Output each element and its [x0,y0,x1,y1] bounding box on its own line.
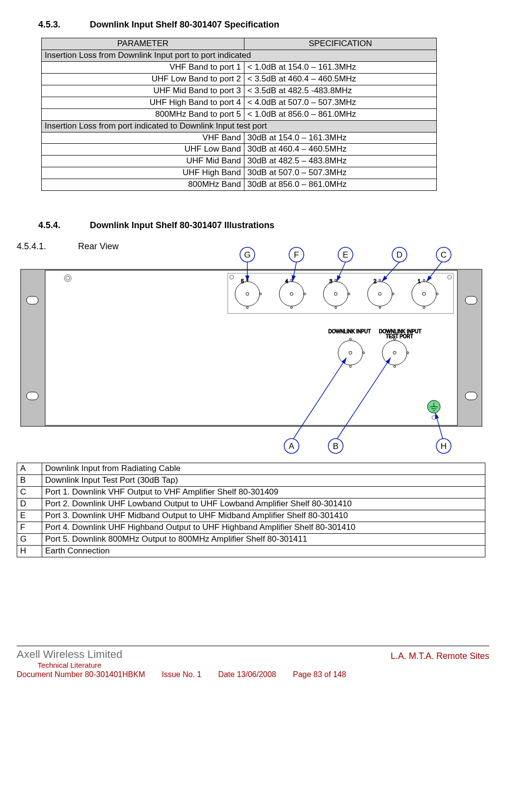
spec-hdr-spec: SPECIFICATION [244,38,437,50]
svg-text:1: 1 [418,278,421,284]
footer-page: Page 83 of 148 [293,670,346,679]
spec-r: < 1.0dB at 154.0 – 161.3MHz [244,61,437,73]
callout-k: E [17,510,42,522]
callout-v: Port 3. Downlink UHF Midband Output to U… [42,510,485,522]
svg-text:B: B [333,442,338,451]
svg-text:3: 3 [329,278,332,284]
callout-v: Port 1. Downlink VHF Output to VHF Ampli… [42,487,485,498]
callout-v: Port 4. Downlink UHF Highband Output to … [42,522,485,533]
spec-r: VHF Band [42,132,244,144]
callout-k: C [17,487,42,498]
footer-issue: Issue No. 1 [161,670,201,679]
svg-text:F: F [294,250,299,260]
svg-text:C: C [441,250,447,260]
spec-group2: Insertion Loss from port indicated to Do… [42,120,437,132]
spec-hdr-param: PARAMETER [42,38,244,50]
footer-company: Axell Wireless Limited [17,648,122,661]
callout-v: Port 5. Downlink 800MHz Output to 800MHz… [42,533,485,545]
footer-date: Date 13/06/2008 [218,670,276,679]
callout-v: Earth Connection [42,545,485,557]
spec-r: UHF Mid Band [42,156,244,167]
callout-k: F [17,522,42,533]
spec-r: 800MHz Band [42,179,244,191]
spec-r: 30dB at 460.4 – 460.5MHz [244,144,437,156]
footer-bottom: Document Number 80-301401HBKM Issue No. … [17,670,489,679]
callout-v: Port 2. Downlink UHF Lowband Output to U… [42,498,485,510]
svg-rect-5 [465,392,477,400]
spec-r: UHF High Band [42,167,244,179]
svg-text:5: 5 [241,278,244,284]
spec-r: < 1.0dB at 856.0 – 861.0MHz [244,108,437,120]
svg-text:G: G [244,250,250,260]
spec-r: 30dB at 154.0 – 161.3MHz [244,132,437,144]
spec-table: PARAMETER SPECIFICATION Insertion Loss f… [41,38,437,191]
svg-text:2: 2 [373,278,376,284]
svg-rect-2 [27,296,38,304]
svg-rect-3 [27,392,38,400]
callout-v: Downlink Input from Radiating Cable [42,463,485,475]
callout-k: B [17,475,42,487]
svg-rect-4 [465,296,477,304]
svg-text:4: 4 [285,278,288,284]
spec-r: 30dB at 856.0 – 861.0MHz [244,179,437,191]
heading-454-num: 4.5.4. [38,220,87,231]
heading-453-num: 4.5.3. [38,20,87,30]
callout-k: A [17,463,42,475]
spec-r: 800MHz Band to port 5 [42,108,244,120]
spec-r: 30dB at 482.5 – 483.8MHz [244,156,437,167]
svg-rect-1 [45,270,457,425]
callout-k: D [17,498,42,510]
footer-doc: Document Number 80-301401HBKM [17,670,145,679]
heading-454: 4.5.4. Downlink Input Shelf 80-301407 Il… [38,220,489,231]
spec-r: UHF Low Band to port 2 [42,73,244,85]
svg-text:DOWNLINK INPUT: DOWNLINK INPUT [328,329,371,334]
footer-left: Axell Wireless Limited Technical Literat… [17,648,122,669]
footer: Axell Wireless Limited Technical Literat… [17,646,489,669]
footer-site: L.A. M.T.A. Remote Sites [391,651,489,661]
callouts-table: ADownlink Input from Radiating Cable BDo… [17,463,485,557]
spec-r: VHF Band to port 1 [42,61,244,73]
heading-454-title: Downlink Input Shelf 80-301407 Illustrat… [90,220,274,230]
spec-group1: Insertion Loss from Downlink Input port … [42,50,437,61]
svg-text:A: A [289,442,294,451]
callout-v: Downlink Input Test Port (30dB Tap) [42,475,485,487]
heading-453: 4.5.3. Downlink Input Shelf 80-301407 Sp… [38,20,489,30]
spec-r: UHF Mid Band to port 3 [42,85,244,97]
heading-453-title: Downlink Input Shelf 80-301407 Specifica… [90,20,279,29]
svg-text:TEST PORT: TEST PORT [386,334,413,339]
rear-view-diagram: 5 4 3 2 1 DOWNLINK INPUT DOWNLINK INPUT … [17,245,485,456]
callout-k: G [17,533,42,545]
spec-r: UHF High Band to port 4 [42,97,244,108]
spec-r: UHF Low Band [42,144,244,156]
spec-r: < 3.5dB at 482.5 -483.8MHz [244,85,437,97]
spec-r: < 4.0dB at 507.0 – 507.3MHz [244,97,437,108]
callout-k: H [17,545,42,557]
svg-text:D: D [397,250,402,260]
spec-r: < 3.5dB at 460.4 – 460.5MHz [244,73,437,85]
svg-text:H: H [441,442,447,451]
footer-techlit: Technical Literature [17,661,122,669]
spec-r: 30dB at 507.0 – 507.3MHz [244,167,437,179]
svg-text:E: E [343,250,348,260]
